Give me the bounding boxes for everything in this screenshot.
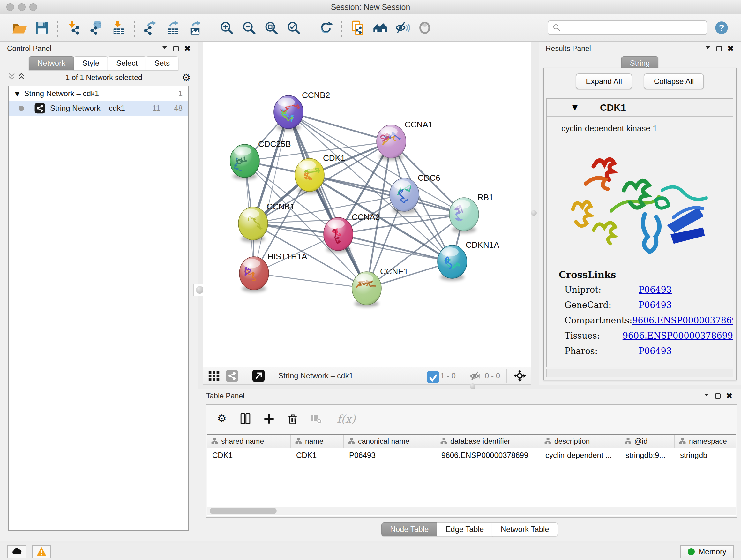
collapse-all-button[interactable]: Collapse All: [644, 73, 704, 89]
table-float-icon[interactable]: [715, 393, 721, 399]
panel-menu-icon[interactable]: [161, 44, 168, 53]
delete-column-icon[interactable]: [286, 413, 299, 425]
network-canvas[interactable]: CCNB2 CCNA1 CDC25B CDK1 CDC6 RB1 CCNB1 C…: [203, 42, 531, 367]
clone-network-icon[interactable]: [349, 19, 366, 37]
node-table[interactable]: shared namenamecanonical namedatabase id…: [207, 434, 736, 516]
hide-selected-icon[interactable]: [394, 19, 411, 37]
search-box[interactable]: [548, 20, 707, 35]
first-neighbors-icon[interactable]: [372, 19, 389, 37]
add-column-icon[interactable]: [263, 413, 275, 425]
export-table-icon[interactable]: [164, 19, 181, 37]
expand-all-button[interactable]: Expand All: [576, 73, 632, 89]
network-collection-row[interactable]: ▼ String Network – cdk1 1: [9, 86, 188, 101]
crosslinks-section: CrossLinks Uniprot:P06493GeneCard:P06493…: [547, 264, 733, 356]
expand-all-networks-icon[interactable]: [17, 72, 26, 83]
warnings-button[interactable]: [32, 545, 51, 558]
node-description: cyclin-dependent kinase 1: [547, 117, 733, 133]
network-view-toolbar: String Network – cdk1 1 - 0 0 - 0: [203, 367, 531, 385]
left-splitter[interactable]: [198, 42, 203, 385]
network-node-HIST1H1A[interactable]: HIST1H1A: [239, 252, 307, 292]
view-title: String Network – cdk1: [278, 371, 353, 380]
column-header-description[interactable]: description: [540, 435, 620, 448]
column-header-canonical-name[interactable]: canonical name: [344, 435, 436, 448]
import-network-icon[interactable]: [65, 19, 82, 37]
import-table-icon[interactable]: [110, 19, 127, 37]
collapse-all-networks-icon[interactable]: [7, 72, 17, 83]
collection-expand-icon[interactable]: ▼: [15, 90, 19, 98]
crosslink-link[interactable]: P06493: [638, 300, 672, 310]
window-title: Session: New Session: [0, 3, 741, 12]
table-panel-title: Table Panel: [206, 392, 245, 400]
table-hscrollbar-thumb[interactable]: [210, 508, 277, 514]
help-button[interactable]: ?: [713, 19, 730, 37]
string-results-container: Expand All Collapse All ▼ CDK1 cyclin-de…: [543, 68, 737, 380]
zoom-in-icon[interactable]: [218, 19, 235, 37]
delete-table-icon[interactable]: [310, 413, 323, 425]
tab-network[interactable]: Network: [29, 56, 74, 70]
column-header-database-identifier[interactable]: database identifier: [436, 435, 540, 448]
table-close-icon[interactable]: ✖: [726, 392, 733, 400]
export-image-icon[interactable]: [186, 19, 204, 37]
control-panel: Control Panel ✖ Network Style Select Set…: [0, 42, 198, 541]
column-header--id[interactable]: @id: [620, 435, 675, 448]
node-label: CCNB2: [302, 90, 330, 100]
crosslink-link[interactable]: 9606.ENSP00000378699: [623, 331, 733, 341]
results-close-icon[interactable]: ✖: [727, 44, 734, 53]
table-hscrollbar[interactable]: [207, 507, 736, 515]
results-float-icon[interactable]: [717, 46, 722, 51]
hidden-eye-icon[interactable]: [469, 369, 482, 382]
network-node-CDKN1A[interactable]: CDKN1A: [437, 240, 499, 281]
show-all-icon[interactable]: [416, 19, 433, 37]
tab-edge-table[interactable]: Edge Table: [437, 522, 492, 537]
network-view-icon[interactable]: [225, 369, 239, 382]
save-session-icon[interactable]: [33, 19, 51, 37]
tab-sets[interactable]: Sets: [146, 56, 179, 70]
refresh-icon[interactable]: [317, 19, 334, 37]
column-header-name[interactable]: name: [291, 435, 344, 448]
birdseye-toggle-icon[interactable]: [513, 369, 527, 382]
show-columns-icon[interactable]: [239, 413, 252, 425]
results-menu-icon[interactable]: [704, 44, 711, 53]
zoom-selected-icon[interactable]: [285, 19, 302, 37]
tab-select[interactable]: Select: [108, 56, 146, 70]
memory-button[interactable]: Memory: [680, 545, 734, 558]
table-cell: CDK1: [207, 448, 291, 462]
column-header-shared-name[interactable]: shared name: [207, 435, 291, 448]
crosslink-link[interactable]: P06493: [638, 346, 672, 356]
network-row[interactable]: String Network – cdk1 11 48: [9, 101, 188, 116]
crosslink-link[interactable]: P06493: [638, 285, 672, 295]
crosslinks-heading: CrossLinks: [559, 269, 733, 280]
protein-structure-image: [563, 136, 717, 264]
zoom-out-icon[interactable]: [241, 19, 258, 37]
panel-close-icon[interactable]: ✖: [184, 44, 191, 53]
title-bar: Session: New Session: [0, 0, 741, 14]
network-selected-status: 1 of 1 Network selected: [26, 73, 182, 82]
horizontal-splitter[interactable]: [198, 385, 741, 389]
string-network-graph[interactable]: CCNB2 CCNA1 CDC25B CDK1 CDC6 RB1 CCNB1 C…: [203, 42, 531, 367]
network-options-gear-icon[interactable]: ⚙: [182, 72, 191, 83]
network-node-RB1[interactable]: RB1: [449, 192, 494, 233]
tab-style[interactable]: Style: [74, 56, 108, 70]
column-header-namespace[interactable]: namespace: [675, 435, 741, 448]
search-input[interactable]: [562, 23, 703, 33]
table-row[interactable]: CDK1CDK1P064939606.ENSP00000378699cyclin…: [207, 448, 736, 462]
zoom-fit-icon[interactable]: [263, 19, 280, 37]
import-database-icon[interactable]: [87, 19, 105, 37]
crosslink-link[interactable]: 9606.ENSP00000378699: [632, 315, 733, 325]
detach-view-icon[interactable]: [252, 369, 265, 382]
function-builder-icon[interactable]: f(x): [333, 413, 359, 425]
grid-view-icon[interactable]: [207, 369, 221, 382]
selected-checkbox-icon[interactable]: [426, 370, 437, 381]
export-network-icon[interactable]: [142, 19, 159, 37]
cloud-status-button[interactable]: [7, 545, 26, 558]
right-splitter[interactable]: [531, 42, 539, 385]
network-node-CDC6[interactable]: CDC6: [390, 173, 441, 213]
tab-network-table[interactable]: Network Table: [492, 522, 558, 537]
open-session-icon[interactable]: [11, 19, 28, 37]
results-scrollbar[interactable]: [546, 369, 733, 377]
panel-float-icon[interactable]: [173, 46, 179, 51]
section-collapse-icon[interactable]: ▼: [572, 104, 578, 111]
table-settings-icon[interactable]: ⚙: [215, 413, 228, 425]
tab-node-table[interactable]: Node Table: [381, 522, 437, 537]
table-menu-icon[interactable]: [703, 391, 710, 400]
